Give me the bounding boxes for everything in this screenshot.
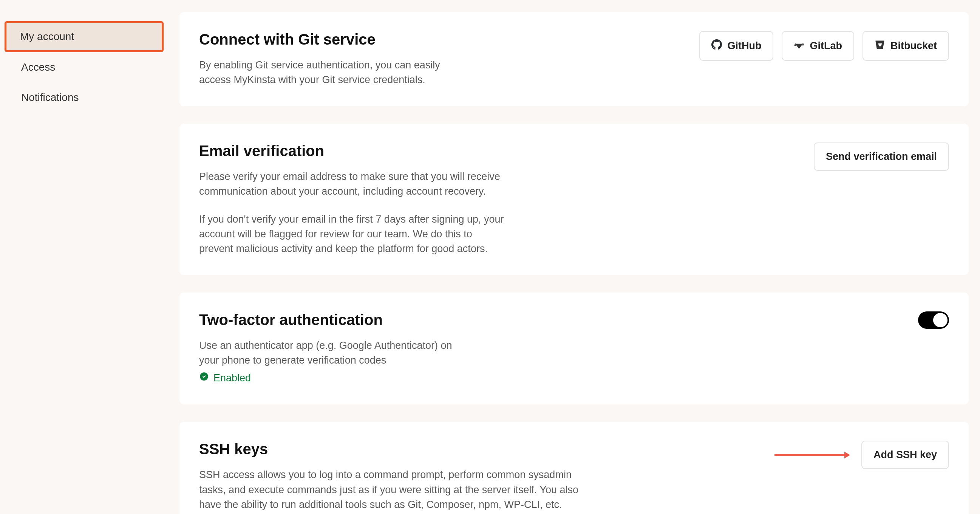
gitlab-button[interactable]: GitLab xyxy=(782,31,854,61)
twofa-desc: Use an authenticator app (e.g. Google Au… xyxy=(199,338,456,368)
github-icon xyxy=(711,39,722,53)
sidebar-item-label: Access xyxy=(21,61,55,73)
card-email-verification: Email verification Please verify your em… xyxy=(180,124,969,275)
sidebar-item-label: My account xyxy=(20,30,74,42)
card-git-service: Connect with Git service By enabling Git… xyxy=(180,12,969,106)
github-label: GitHub xyxy=(727,40,761,52)
ssh-title: SSH keys xyxy=(199,441,584,458)
twofa-title: Two-factor authentication xyxy=(199,312,584,328)
check-circle-icon xyxy=(199,371,209,385)
email-title: Email verification xyxy=(199,143,584,159)
gitlab-icon xyxy=(794,39,804,53)
email-desc-1: Please verify your email address to make… xyxy=(199,169,505,199)
email-desc-2: If you don't verify your email in the fi… xyxy=(199,212,505,256)
main-content: Connect with Git service By enabling Git… xyxy=(168,0,980,514)
annotation-arrow xyxy=(775,453,850,457)
add-ssh-key-button[interactable]: Add SSH key xyxy=(861,441,949,469)
twofa-status: Enabled xyxy=(199,371,456,385)
send-verification-label: Send verification email xyxy=(826,151,937,162)
ssh-desc: SSH access allows you to log into a comm… xyxy=(199,468,584,512)
svg-point-0 xyxy=(200,372,208,380)
toggle-knob xyxy=(933,313,948,327)
card-two-factor: Two-factor authentication Use an authent… xyxy=(180,293,969,404)
gitlab-label: GitLab xyxy=(810,40,842,52)
github-button[interactable]: GitHub xyxy=(699,31,773,61)
twofa-toggle[interactable] xyxy=(918,312,949,329)
twofa-status-label: Enabled xyxy=(213,371,251,385)
git-title: Connect with Git service xyxy=(199,31,584,48)
arrow-icon xyxy=(775,450,850,460)
card-ssh-keys: SSH keys SSH access allows you to log in… xyxy=(180,422,969,514)
sidebar-item-notifications[interactable]: Notifications xyxy=(6,83,162,113)
sidebar: My account Access Notifications xyxy=(0,0,168,514)
bitbucket-label: Bitbucket xyxy=(891,40,937,52)
bitbucket-icon xyxy=(875,39,885,53)
sidebar-item-my-account[interactable]: My account xyxy=(5,21,164,52)
add-ssh-key-label: Add SSH key xyxy=(873,449,937,461)
svg-marker-2 xyxy=(844,452,850,458)
send-verification-email-button[interactable]: Send verification email xyxy=(814,143,949,171)
sidebar-item-label: Notifications xyxy=(21,91,79,103)
sidebar-item-access[interactable]: Access xyxy=(6,52,162,83)
bitbucket-button[interactable]: Bitbucket xyxy=(862,31,949,61)
git-desc: By enabling Git service authentication, … xyxy=(199,58,449,87)
